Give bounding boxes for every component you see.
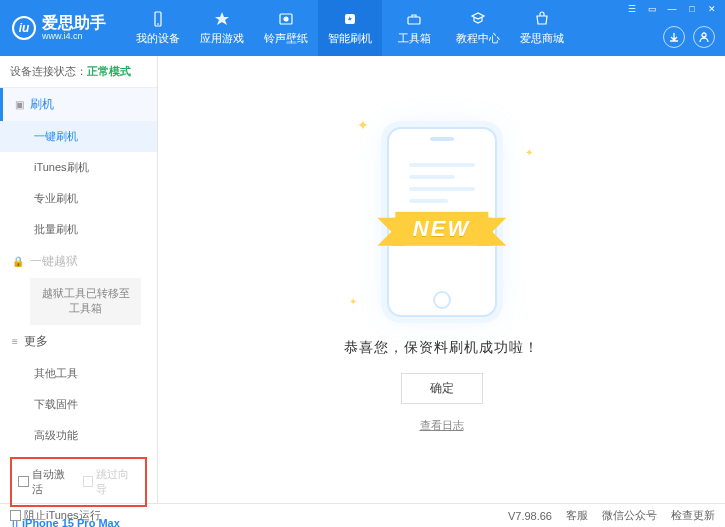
sidebar-item-batch-flash[interactable]: 批量刷机 — [0, 214, 157, 245]
nav-toolbox[interactable]: 工具箱 — [382, 0, 446, 56]
app-url: www.i4.cn — [42, 31, 106, 41]
footer-link-update[interactable]: 检查更新 — [671, 508, 715, 523]
ringtone-icon — [277, 10, 295, 28]
app-header: iu 爱思助手 www.i4.cn 我的设备 应用游戏 铃声壁纸 智能刷机 工具… — [0, 0, 725, 56]
view-log-link[interactable]: 查看日志 — [420, 418, 464, 433]
device-icon — [149, 10, 167, 28]
maximize-icon[interactable]: □ — [683, 2, 701, 16]
svg-point-3 — [284, 17, 288, 21]
sidebar-item-itunes-flash[interactable]: iTunes刷机 — [0, 152, 157, 183]
window-controls: ☰ ▭ — □ ✕ — [623, 2, 721, 16]
apps-icon — [213, 10, 231, 28]
store-icon — [533, 10, 551, 28]
nav-my-device[interactable]: 我的设备 — [126, 0, 190, 56]
app-name: 爱思助手 — [42, 15, 106, 31]
toolbox-icon — [405, 10, 423, 28]
nav-store[interactable]: 爱思商城 — [510, 0, 574, 56]
svg-point-6 — [702, 33, 706, 37]
flash-options-highlight: 自动激活 跳过向导 — [10, 457, 147, 507]
checkbox-skip-guide: 跳过向导 — [83, 467, 140, 497]
nav-smart-flash[interactable]: 智能刷机 — [318, 0, 382, 56]
logo-icon: iu — [12, 16, 36, 40]
sidebar-section-flash[interactable]: ▣ 刷机 — [0, 88, 157, 121]
tutorial-icon — [469, 10, 487, 28]
sidebar-item-advanced[interactable]: 高级功能 — [0, 420, 157, 451]
window-menu-icon[interactable]: ☰ — [623, 2, 641, 16]
sidebar: 设备连接状态：正常模式 ▣ 刷机 一键刷机 iTunes刷机 专业刷机 批量刷机… — [0, 56, 158, 503]
checkbox-block-itunes[interactable]: 阻止iTunes运行 — [10, 508, 101, 523]
checkbox-icon — [10, 510, 21, 521]
header-actions — [663, 26, 715, 48]
sidebar-item-oneclick-flash[interactable]: 一键刷机 — [0, 121, 157, 152]
minimize-icon[interactable]: — — [663, 2, 681, 16]
sparkle-icon: ✦ — [349, 296, 357, 307]
ok-button[interactable]: 确定 — [401, 373, 483, 404]
more-section-icon: ≡ — [12, 336, 18, 347]
main-content: ✦ ✦ ✦ NEW 恭喜您，保资料刷机成功啦！ 确定 查看日志 — [158, 56, 725, 503]
sidebar-item-other-tools[interactable]: 其他工具 — [0, 358, 157, 389]
footer-link-support[interactable]: 客服 — [566, 508, 588, 523]
new-ribbon: NEW — [395, 211, 488, 245]
jailbreak-note: 越狱工具已转移至工具箱 — [30, 278, 141, 325]
checkbox-icon — [18, 476, 29, 487]
version-label: V7.98.66 — [508, 510, 552, 522]
sparkle-icon: ✦ — [357, 117, 369, 133]
user-button[interactable] — [693, 26, 715, 48]
lock-icon: 🔒 — [12, 256, 24, 267]
close-icon[interactable]: ✕ — [703, 2, 721, 16]
window-skin-icon[interactable]: ▭ — [643, 2, 661, 16]
checkbox-icon — [83, 476, 94, 487]
sidebar-section-more[interactable]: ≡ 更多 — [0, 325, 157, 358]
nav-apps-games[interactable]: 应用游戏 — [190, 0, 254, 56]
success-message: 恭喜您，保资料刷机成功啦！ — [344, 339, 539, 357]
flash-section-icon: ▣ — [15, 99, 24, 110]
sidebar-section-jailbreak: 🔒 一键越狱 — [0, 245, 157, 278]
app-logo: iu 爱思助手 www.i4.cn — [0, 15, 118, 41]
sidebar-item-pro-flash[interactable]: 专业刷机 — [0, 183, 157, 214]
nav-ringtones[interactable]: 铃声壁纸 — [254, 0, 318, 56]
svg-rect-5 — [408, 17, 420, 24]
sidebar-item-download-firmware[interactable]: 下载固件 — [0, 389, 157, 420]
footer-link-wechat[interactable]: 微信公众号 — [602, 508, 657, 523]
top-nav: 我的设备 应用游戏 铃声壁纸 智能刷机 工具箱 教程中心 爱思商城 — [126, 0, 574, 56]
sparkle-icon: ✦ — [525, 147, 533, 158]
download-button[interactable] — [663, 26, 685, 48]
device-status: 设备连接状态：正常模式 — [0, 56, 157, 88]
nav-tutorials[interactable]: 教程中心 — [446, 0, 510, 56]
flash-icon — [341, 10, 359, 28]
checkbox-auto-activate[interactable]: 自动激活 — [18, 467, 75, 497]
